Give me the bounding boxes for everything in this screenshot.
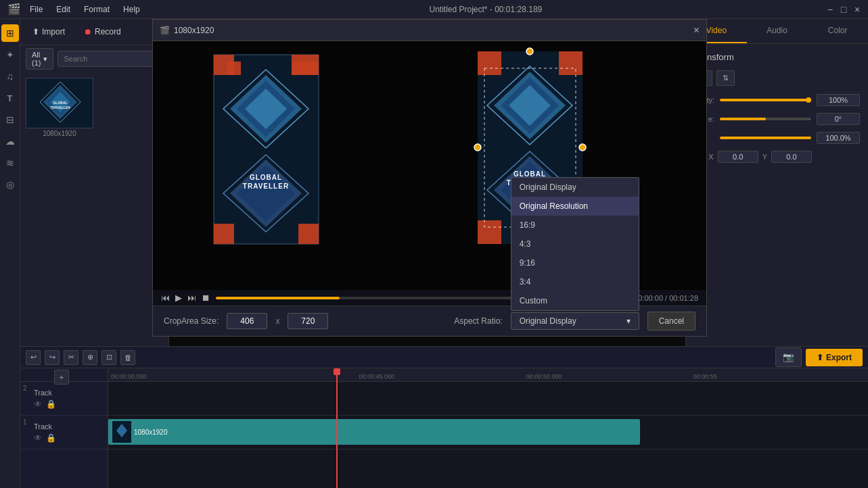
aspect-option-original-display[interactable]: Original Display <box>511 178 639 197</box>
opacity-row: ty: 100% <box>694 94 860 106</box>
all-filter-dropdown[interactable]: All (1) ▾ <box>26 48 53 70</box>
svg-text:TRAVELLER: TRAVELLER <box>243 182 289 190</box>
aspect-option-custom[interactable]: Custom <box>511 291 639 310</box>
rotate-slider[interactable] <box>720 118 811 120</box>
export-button[interactable]: ⬆ Export <box>806 349 863 366</box>
flip-v-button[interactable]: ⇅ <box>716 70 735 86</box>
app-icon: 🎬 <box>5 1 23 18</box>
copy-clip-button[interactable]: ⊕ <box>83 350 97 365</box>
timeline-cursor[interactable] <box>336 368 338 488</box>
menu-help[interactable]: Help <box>116 2 147 17</box>
menu-file[interactable]: File <box>23 2 49 17</box>
clip-label: 1080x1920 <box>134 429 168 436</box>
maximize-button[interactable]: □ <box>838 4 849 15</box>
aspect-dropdown-chevron: ▾ <box>626 316 631 326</box>
track-2-name: Track <box>26 389 102 397</box>
sidebar-item-filter[interactable]: ≋ <box>1 154 19 172</box>
crop-dialog-title: 1080x1920 <box>174 26 214 35</box>
timeline-ruler: 00:00:00.000 00:00:45.000 00:00:50.000 0… <box>108 368 868 382</box>
scale-value: 100.0% <box>817 132 860 144</box>
svg-point-76 <box>579 144 586 151</box>
aspect-option-3-4[interactable]: 3:4 <box>511 272 639 291</box>
delete-button[interactable]: 🗑 <box>120 350 135 365</box>
prev-frame-button[interactable]: ⏮ <box>161 293 170 303</box>
menu-bar: 🎬 File Edit Format Help Untitled Project… <box>0 0 868 19</box>
position-row: on: X Y <box>694 151 860 163</box>
track-1-label: 1 Track 👁 🔒 <box>20 416 108 449</box>
track-1-visibility-icon[interactable]: 👁 <box>34 433 42 443</box>
menu-format[interactable]: Format <box>77 2 116 17</box>
search-input[interactable] <box>58 51 163 67</box>
transform-section: Transform ⇄ ⇅ ty: 100% <box>686 44 868 171</box>
x-label: X <box>708 153 713 161</box>
menu-edit[interactable]: Edit <box>49 2 77 17</box>
opacity-value: 100% <box>817 94 860 106</box>
svg-text:GLOBAL: GLOBAL <box>53 101 67 105</box>
track-1-icons: 👁 🔒 <box>26 433 102 443</box>
record-icon: ⏺ <box>84 27 92 36</box>
rotate-row: e: 0° <box>694 113 860 125</box>
crop-height-input[interactable] <box>288 313 328 329</box>
crop-dialog: 🎬 1080x1920 × <box>152 19 707 337</box>
minimize-button[interactable]: − <box>825 4 836 15</box>
aspect-ratio-dropdown[interactable]: Original Display ▾ <box>511 312 639 330</box>
opacity-slider[interactable] <box>720 99 811 101</box>
timeline-clip[interactable]: 1080x1920 <box>108 419 640 445</box>
crop-dialog-close[interactable]: × <box>693 24 700 36</box>
svg-rect-51 <box>292 55 319 75</box>
aspect-option-9-16[interactable]: 9:16 <box>511 253 639 272</box>
ruler-spacer: + <box>20 368 108 382</box>
aspect-ratio-dropdown-wrapper: Original Display ▾ Original Display Orig… <box>511 312 639 330</box>
aspect-option-original-resolution[interactable]: Original Resolution <box>511 197 639 216</box>
play-button[interactable]: ▶ <box>175 293 182 303</box>
sidebar-item-adjust[interactable]: ◎ <box>1 176 19 193</box>
record-button[interactable]: ⏺ Record <box>77 24 128 39</box>
aspect-ratio-dropdown-menu: Original Display Original Resolution 16:… <box>511 177 639 311</box>
tab-color[interactable]: Color <box>807 19 868 43</box>
right-tabs: Video Audio Color <box>686 19 868 44</box>
track-2-visibility-icon[interactable]: 👁 <box>34 399 42 409</box>
sidebar-item-audio[interactable]: ♫ <box>1 68 19 85</box>
cancel-button[interactable]: Cancel <box>647 312 695 331</box>
track-1-lock-icon[interactable]: 🔒 <box>46 433 56 443</box>
svg-text:GLOBAL: GLOBAL <box>250 174 282 181</box>
close-button[interactable]: × <box>852 4 863 15</box>
track-labels: + 2 Track 👁 🔒 1 T <box>20 368 108 488</box>
y-label: Y <box>762 153 767 161</box>
y-input[interactable] <box>771 151 812 163</box>
crop-width-input[interactable] <box>227 313 267 329</box>
aspect-ratio-selected-label: Original Display <box>520 316 576 326</box>
snapshot-button[interactable]: 📷 <box>775 347 802 367</box>
media-thumbnail-item[interactable]: GLOBAL TRAVELLER 1080x1920 <box>26 78 93 139</box>
import-button[interactable]: ⬆ Import <box>26 24 72 39</box>
paste-button[interactable]: ⊡ <box>101 350 116 365</box>
undo-button[interactable]: ↩ <box>26 350 41 365</box>
stop-button[interactable]: ⏹ <box>202 293 210 303</box>
svg-text:TRAVELLER: TRAVELLER <box>50 105 70 109</box>
crop-dialog-header: 🎬 1080x1920 × <box>153 20 706 41</box>
sidebar-item-template[interactable]: ⊟ <box>1 111 19 128</box>
sidebar-item-text[interactable]: T <box>1 89 19 107</box>
right-panel: Video Audio Color Transform ⇄ ⇅ ty: <box>685 19 868 346</box>
next-frame-button[interactable]: ⏭ <box>187 293 196 303</box>
scale-slider[interactable] <box>720 137 811 139</box>
sidebar-item-media[interactable]: ⊞ <box>1 24 19 42</box>
tab-audio[interactable]: Audio <box>747 19 808 43</box>
aspect-option-16-9[interactable]: 16:9 <box>511 216 639 235</box>
aspect-option-4-3[interactable]: 4:3 <box>511 235 639 253</box>
x-input[interactable] <box>718 151 758 163</box>
ruler-mark-3: 00:00:55 <box>693 373 717 380</box>
transform-icons: ⇄ ⇅ <box>694 70 860 86</box>
redo-button[interactable]: ↪ <box>45 350 60 365</box>
sidebar-item-effects[interactable]: ✦ <box>1 46 19 64</box>
cut-button[interactable]: ✂ <box>64 350 78 365</box>
track-2-content <box>108 382 868 416</box>
filter-chevron-icon: ▾ <box>43 55 47 64</box>
crop-controls-bar: CropArea Size: x Aspect Ratio: Original … <box>153 306 706 336</box>
track-2-lock-icon[interactable]: 🔒 <box>46 399 56 409</box>
rotate-value: 0° <box>817 113 860 125</box>
sidebar-item-sticker[interactable]: ☁ <box>1 132 19 150</box>
window-title: Untitled Project* - 00:01:28.189 <box>147 5 825 14</box>
svg-rect-61 <box>478 51 501 75</box>
media-panel-header: ⬆ Import ⏺ Record <box>20 19 168 45</box>
